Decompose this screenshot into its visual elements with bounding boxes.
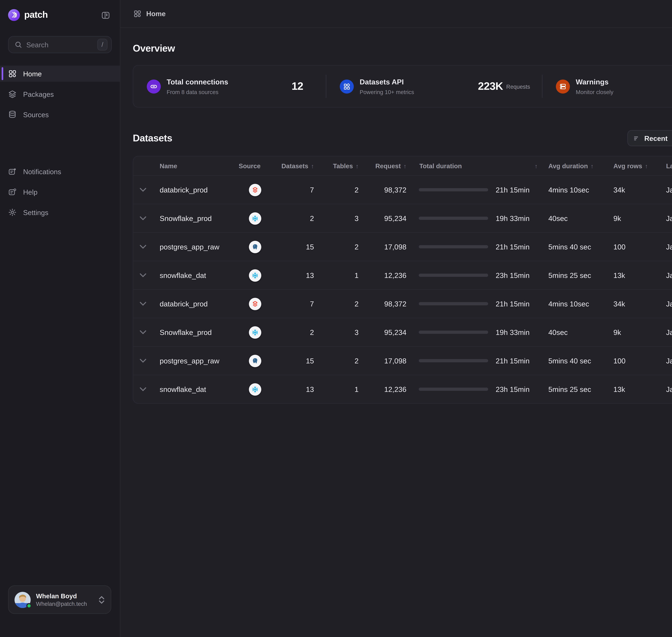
tables-count: 2 — [314, 186, 359, 194]
table-row[interactable]: Snowflake_prod — [133, 204, 672, 232]
total-duration: 19h 33min — [496, 214, 529, 222]
stat-unit: Requests — [506, 83, 530, 90]
snowflake-icon — [251, 329, 258, 336]
row-expand-chevron-icon[interactable] — [133, 216, 153, 220]
column-header-avg-rows[interactable]: Avg rows↑ — [613, 162, 666, 169]
duration-progress-bar — [419, 331, 488, 334]
column-header-tables[interactable]: Tables↑ — [314, 162, 359, 169]
databricks-icon — [251, 300, 258, 307]
search-icon — [15, 41, 22, 48]
logo-row: patch — [0, 0, 120, 21]
link-icon — [147, 79, 161, 93]
sidebar-item-help[interactable]: Help — [0, 184, 120, 200]
avg-duration: 40sec — [548, 328, 613, 336]
top-bar: Home Create data package — [121, 0, 672, 28]
row-expand-chevron-icon[interactable] — [133, 244, 153, 249]
stat-value: 223K — [478, 80, 503, 92]
tables-count: 3 — [314, 328, 359, 336]
row-expand-chevron-icon[interactable] — [133, 387, 153, 392]
table-row[interactable]: postgres_app_raw — [133, 346, 672, 375]
last-updated: Jan 23, 2023 | 09:36am — [666, 328, 672, 336]
row-expand-chevron-icon[interactable] — [133, 302, 153, 306]
column-header-datasets[interactable]: Datasets↑ — [271, 162, 314, 169]
table-row[interactable]: databrick_prod — [133, 175, 672, 204]
datasets-header-row: Datasets Recent Connec — [133, 130, 672, 146]
last-updated: Jan 23, 2023 | 09:36am — [666, 385, 672, 393]
sidebar: patch / — [0, 0, 121, 637]
duration-progress-bar — [419, 274, 488, 277]
row-expand-chevron-icon[interactable] — [133, 188, 153, 192]
column-header-avg-duration[interactable]: Avg duration↑ — [548, 162, 613, 169]
request-count: 12,236 — [359, 385, 406, 393]
avg-duration: 5mins 25 sec — [548, 385, 613, 393]
search-shortcut-badge: / — [97, 39, 108, 51]
table-body: databrick_prod — [133, 175, 672, 403]
user-profile-card[interactable]: Whelan Boyd Whelan@patch.tech — [8, 585, 111, 614]
duration-progress-bar — [419, 359, 488, 362]
last-updated: Jan 23, 2023 | 09:36am — [666, 186, 672, 194]
datasets-count: 13 — [271, 271, 314, 279]
table-row[interactable]: snowflake_dat — [133, 375, 672, 403]
avg-duration: 5mins 25 sec — [548, 271, 613, 279]
sidebar-toggle-icon[interactable] — [101, 11, 110, 20]
stat-datasets-api: Datasets API Powering 10+ metrics 223K R… — [326, 66, 542, 107]
sort-arrow-icon: ↑ — [645, 163, 648, 169]
table-row[interactable]: snowflake_dat — [133, 261, 672, 289]
sidebar-item-sources[interactable]: Sources — [0, 106, 120, 123]
sort-recent-dropdown[interactable]: Recent — [627, 130, 672, 146]
sidebar-item-label: Packages — [23, 90, 54, 98]
stat-subtitle: From 8 data sources — [167, 88, 228, 95]
dashboard-icon — [8, 69, 17, 78]
last-updated: Jan 23, 2023 | 09:36am — [666, 357, 672, 365]
sidebar-nav-primary: Home Packages Sources — [0, 66, 120, 123]
dataset-name: Snowflake_prod — [153, 328, 239, 336]
column-header-last-updated[interactable]: Last updated↑ — [666, 162, 672, 169]
tables-count: 1 — [314, 385, 359, 393]
stat-warnings: Warnings Monitor closely 28k Rows ingest… — [542, 66, 672, 107]
total-duration: 21h 15min — [496, 243, 529, 251]
sort-arrow-icon: ↑ — [534, 163, 538, 169]
sidebar-item-notifications[interactable]: Notifications — [0, 163, 120, 180]
column-header-source[interactable]: Source — [239, 162, 271, 169]
row-expand-chevron-icon[interactable] — [133, 359, 153, 363]
search-input[interactable] — [26, 41, 97, 49]
sidebar-item-label: Settings — [23, 208, 48, 216]
dataset-name: databrick_prod — [153, 186, 239, 194]
postgresql-icon — [251, 357, 258, 364]
tables-count: 3 — [314, 214, 359, 222]
column-header-name[interactable]: Name — [153, 162, 239, 169]
sidebar-item-settings[interactable]: Settings — [0, 204, 120, 220]
user-menu-chevrons-icon[interactable] — [99, 596, 104, 603]
tables-count: 2 — [314, 243, 359, 251]
table-row[interactable]: databrick_prod — [133, 289, 672, 318]
user-name: Whelan Boyd — [36, 592, 99, 600]
avg-rows: 100 — [613, 243, 666, 251]
column-header-total-duration[interactable]: Total duration↑ — [406, 162, 548, 169]
dataset-name: postgres_app_raw — [153, 243, 239, 251]
dataset-name: snowflake_dat — [153, 271, 239, 279]
request-count: 17,098 — [359, 357, 406, 365]
sidebar-item-packages[interactable]: Packages — [0, 86, 120, 102]
avg-duration: 40sec — [548, 214, 613, 222]
column-header-request[interactable]: Request↑ — [359, 162, 406, 169]
inbox-icon — [8, 188, 17, 196]
duration-progress-bar — [419, 387, 488, 391]
sidebar-item-home[interactable]: Home — [0, 66, 120, 82]
patch-logo-icon — [8, 9, 20, 21]
search-box[interactable]: / — [8, 36, 112, 53]
duration-progress-bar — [419, 188, 488, 192]
avg-duration: 4mins 10sec — [548, 186, 613, 194]
snowflake-icon — [251, 215, 258, 222]
table-row[interactable]: Snowflake_prod — [133, 318, 672, 346]
tables-count: 2 — [314, 300, 359, 308]
table-header-row: Name Source Datasets↑ Tables↑ Request↑ T… — [133, 157, 672, 175]
dataset-name: Snowflake_prod — [153, 214, 239, 222]
request-count: 17,098 — [359, 243, 406, 251]
sort-recent-label: Recent — [644, 134, 668, 142]
databricks-icon — [251, 186, 258, 193]
request-count: 98,372 — [359, 300, 406, 308]
breadcrumb[interactable]: Home — [133, 10, 166, 18]
row-expand-chevron-icon[interactable] — [133, 330, 153, 334]
row-expand-chevron-icon[interactable] — [133, 273, 153, 277]
table-row[interactable]: postgres_app_raw — [133, 232, 672, 261]
